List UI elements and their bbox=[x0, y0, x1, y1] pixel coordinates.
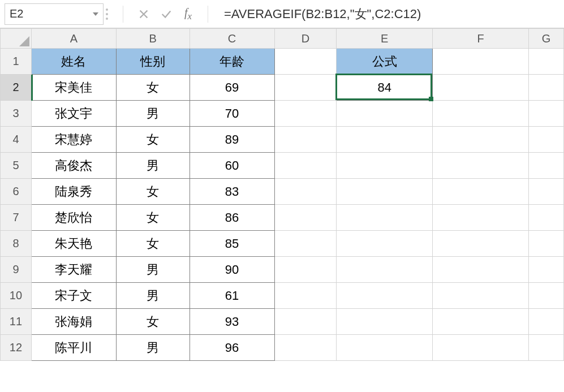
cell-A11[interactable]: 张海娟 bbox=[31, 309, 116, 335]
cell-F3[interactable] bbox=[433, 101, 529, 127]
name-box[interactable]: E2 bbox=[5, 3, 104, 25]
cell-B4[interactable]: 女 bbox=[116, 127, 190, 153]
cell-B7[interactable]: 女 bbox=[116, 205, 190, 231]
cell-B8[interactable]: 女 bbox=[116, 231, 190, 257]
row-header-6[interactable]: 6 bbox=[1, 179, 32, 205]
cell-B9[interactable]: 男 bbox=[116, 257, 190, 283]
cell-G10[interactable] bbox=[528, 283, 563, 309]
col-header-A[interactable]: A bbox=[31, 29, 116, 49]
cell-A4[interactable]: 宋慧婷 bbox=[31, 127, 116, 153]
cell-E8[interactable] bbox=[337, 231, 433, 257]
cell-E9[interactable] bbox=[337, 257, 433, 283]
cell-F11[interactable] bbox=[433, 309, 529, 335]
cell-D1[interactable] bbox=[274, 49, 337, 75]
cell-G2[interactable] bbox=[528, 75, 563, 101]
cell-G8[interactable] bbox=[528, 231, 563, 257]
cell-B5[interactable]: 男 bbox=[116, 153, 190, 179]
cell-F10[interactable] bbox=[433, 283, 529, 309]
cell-F9[interactable] bbox=[433, 257, 529, 283]
cell-C11[interactable]: 93 bbox=[190, 309, 274, 335]
cell-D9[interactable] bbox=[274, 257, 337, 283]
cell-D7[interactable] bbox=[274, 205, 337, 231]
col-header-D[interactable]: D bbox=[274, 29, 337, 49]
cell-G3[interactable] bbox=[528, 101, 563, 127]
cell-E10[interactable] bbox=[337, 283, 433, 309]
row-header-2[interactable]: 2 bbox=[1, 75, 32, 101]
cell-E7[interactable] bbox=[337, 205, 433, 231]
header-name[interactable]: 姓名 bbox=[31, 49, 116, 75]
cell-B3[interactable]: 男 bbox=[116, 101, 190, 127]
cell-C6[interactable]: 83 bbox=[190, 179, 274, 205]
name-box-dropdown-icon[interactable] bbox=[93, 12, 98, 16]
row-header-7[interactable]: 7 bbox=[1, 205, 32, 231]
cell-E6[interactable] bbox=[337, 179, 433, 205]
cell-C9[interactable]: 90 bbox=[190, 257, 274, 283]
cell-C4[interactable]: 89 bbox=[190, 127, 274, 153]
cell-F7[interactable] bbox=[433, 205, 529, 231]
cell-E5[interactable] bbox=[337, 153, 433, 179]
cell-C2[interactable]: 69 bbox=[190, 75, 274, 101]
cell-G7[interactable] bbox=[528, 205, 563, 231]
cell-A9[interactable]: 李天耀 bbox=[31, 257, 116, 283]
cell-F2[interactable] bbox=[433, 75, 529, 101]
fx-icon[interactable]: fx bbox=[184, 6, 192, 22]
cell-A5[interactable]: 高俊杰 bbox=[31, 153, 116, 179]
header-gender[interactable]: 性别 bbox=[116, 49, 190, 75]
row-header-11[interactable]: 11 bbox=[1, 309, 32, 335]
cell-C3[interactable]: 70 bbox=[190, 101, 274, 127]
cell-D2[interactable] bbox=[274, 75, 337, 101]
row-header-12[interactable]: 12 bbox=[1, 335, 32, 361]
cell-F12[interactable] bbox=[433, 335, 529, 361]
cell-G12[interactable] bbox=[528, 335, 563, 361]
cell-D6[interactable] bbox=[274, 179, 337, 205]
cell-A12[interactable]: 陈平川 bbox=[31, 335, 116, 361]
cell-G5[interactable] bbox=[528, 153, 563, 179]
cell-B2[interactable]: 女 bbox=[116, 75, 190, 101]
cell-D4[interactable] bbox=[274, 127, 337, 153]
cell-A6[interactable]: 陆泉秀 bbox=[31, 179, 116, 205]
spreadsheet-grid[interactable]: A B C D E F G 1 姓名 性别 年龄 公式 2 宋美佳 女 69 8… bbox=[0, 28, 564, 361]
cell-F1[interactable] bbox=[433, 49, 529, 75]
cell-D10[interactable] bbox=[274, 283, 337, 309]
cell-C10[interactable]: 61 bbox=[190, 283, 274, 309]
row-header-5[interactable]: 5 bbox=[1, 153, 32, 179]
cell-A10[interactable]: 宋子文 bbox=[31, 283, 116, 309]
cell-E12[interactable] bbox=[337, 335, 433, 361]
cell-C7[interactable]: 86 bbox=[190, 205, 274, 231]
confirm-icon[interactable] bbox=[156, 4, 176, 24]
cell-D3[interactable] bbox=[274, 101, 337, 127]
cell-B11[interactable]: 女 bbox=[116, 309, 190, 335]
cell-G11[interactable] bbox=[528, 309, 563, 335]
row-header-3[interactable]: 3 bbox=[1, 101, 32, 127]
cell-B6[interactable]: 女 bbox=[116, 179, 190, 205]
formula-input[interactable]: =AVERAGEIF(B2:B12,"女",C2:C12) bbox=[218, 3, 559, 25]
row-header-1[interactable]: 1 bbox=[1, 49, 32, 75]
cell-D5[interactable] bbox=[274, 153, 337, 179]
cell-C12[interactable]: 96 bbox=[190, 335, 274, 361]
cell-C8[interactable]: 85 bbox=[190, 231, 274, 257]
row-header-4[interactable]: 4 bbox=[1, 127, 32, 153]
row-header-10[interactable]: 10 bbox=[1, 283, 32, 309]
cell-F8[interactable] bbox=[433, 231, 529, 257]
cell-G4[interactable] bbox=[528, 127, 563, 153]
cell-F5[interactable] bbox=[433, 153, 529, 179]
header-formula[interactable]: 公式 bbox=[337, 49, 433, 75]
cell-G6[interactable] bbox=[528, 179, 563, 205]
cell-A3[interactable]: 张文宇 bbox=[31, 101, 116, 127]
cell-C5[interactable]: 60 bbox=[190, 153, 274, 179]
cell-F4[interactable] bbox=[433, 127, 529, 153]
expand-formula-bar-icon[interactable] bbox=[106, 7, 108, 21]
row-header-9[interactable]: 9 bbox=[1, 257, 32, 283]
cell-G1[interactable] bbox=[528, 49, 563, 75]
cell-G9[interactable] bbox=[528, 257, 563, 283]
cell-D8[interactable] bbox=[274, 231, 337, 257]
cell-E11[interactable] bbox=[337, 309, 433, 335]
cell-A8[interactable]: 朱天艳 bbox=[31, 231, 116, 257]
header-age[interactable]: 年龄 bbox=[190, 49, 274, 75]
cell-D12[interactable] bbox=[274, 335, 337, 361]
cell-E2-selected[interactable]: 84 bbox=[337, 75, 433, 101]
col-header-B[interactable]: B bbox=[116, 29, 190, 49]
cell-E3[interactable] bbox=[337, 101, 433, 127]
select-all-corner[interactable] bbox=[1, 29, 32, 49]
cell-A7[interactable]: 楚欣怡 bbox=[31, 205, 116, 231]
